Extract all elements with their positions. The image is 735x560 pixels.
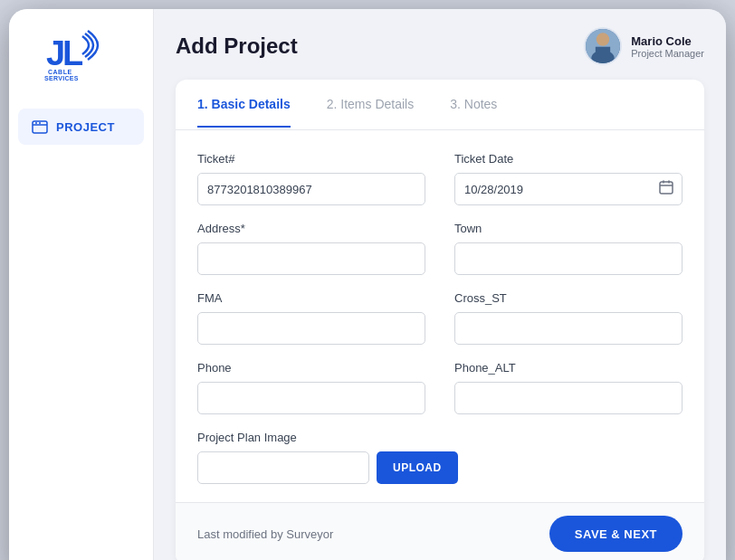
form-group-ticket: Ticket# <box>197 152 425 205</box>
cross-st-input[interactable] <box>454 312 682 345</box>
address-label: Address* <box>197 222 425 235</box>
logo-icon: J L CABLE SERVICES <box>41 27 122 81</box>
user-info: Mario Cole Project Manager <box>631 34 704 59</box>
form-footer: Last modified by Surveyor SAVE & NEXT <box>176 502 704 560</box>
form-group-fma: FMA <box>197 291 425 345</box>
svg-text:CABLE: CABLE <box>48 69 72 75</box>
fma-label: FMA <box>197 291 425 305</box>
form-group-ticket-date: Ticket Date <box>454 152 682 205</box>
tab-items-details[interactable]: 2. Items Details <box>327 82 414 128</box>
upload-row: UPLOAD <box>197 451 430 484</box>
tab-basic-details[interactable]: 1. Basic Details <box>197 82 291 128</box>
main-content: Add Project <box>154 9 726 560</box>
user-profile: Mario Cole Project Manager <box>584 27 704 65</box>
upload-button[interactable]: UPLOAD <box>377 451 458 484</box>
svg-text:SERVICES: SERVICES <box>44 75 79 81</box>
user-role: Project Manager <box>631 48 704 59</box>
sidebar-item-project[interactable]: PROJECT <box>18 109 144 145</box>
fma-input[interactable] <box>197 312 425 345</box>
phone-label: Phone <box>197 361 425 375</box>
ticket-date-label: Ticket Date <box>454 152 682 166</box>
app-layout: J L CABLE SERVICES <box>9 9 726 560</box>
project-plan-label: Project Plan Image <box>197 431 430 444</box>
user-name: Mario Cole <box>631 34 704 48</box>
page-header: Add Project <box>176 27 704 65</box>
form-row-address: Address* Town <box>197 222 682 275</box>
form-group-phone-alt: Phone_ALT <box>454 361 682 414</box>
svg-point-5 <box>35 122 37 124</box>
form-group-town: Town <box>454 222 682 275</box>
form-row-project-plan: Project Plan Image UPLOAD <box>197 431 682 484</box>
logo-area: J L CABLE SERVICES <box>41 27 122 81</box>
form-group-project-plan: Project Plan Image UPLOAD <box>197 431 430 484</box>
device-frame: J L CABLE SERVICES <box>9 9 726 560</box>
svg-point-6 <box>39 122 41 124</box>
cross-st-label: Cross_ST <box>454 291 682 305</box>
town-input[interactable] <box>454 242 682 275</box>
project-plan-input[interactable] <box>197 451 369 484</box>
svg-rect-10 <box>596 47 610 59</box>
sidebar: J L CABLE SERVICES <box>9 9 154 560</box>
phone-alt-label: Phone_ALT <box>454 361 682 375</box>
ticket-input[interactable] <box>197 173 425 205</box>
avatar <box>584 27 622 65</box>
form-group-phone: Phone <box>197 361 425 414</box>
form-row-ticket: Ticket# Ticket Date <box>197 152 682 205</box>
form-group-cross-st: Cross_ST <box>454 291 682 345</box>
form-row-phone: Phone Phone_ALT <box>197 361 682 414</box>
svg-point-8 <box>597 33 609 45</box>
svg-text:L: L <box>62 34 83 72</box>
address-input[interactable] <box>197 242 425 275</box>
phone-input[interactable] <box>197 382 425 414</box>
save-next-button[interactable]: SAVE & NEXT <box>549 516 682 552</box>
tab-notes[interactable]: 3. Notes <box>450 82 497 128</box>
sidebar-item-label: PROJECT <box>56 120 115 134</box>
phone-alt-input[interactable] <box>454 382 682 414</box>
form-card: 1. Basic Details 2. Items Details 3. Not… <box>176 80 704 560</box>
ticket-date-input[interactable] <box>454 173 682 205</box>
town-label: Town <box>454 222 682 235</box>
sidebar-nav: PROJECT <box>9 109 153 145</box>
form-row-fma: FMA Cross_ST <box>197 291 682 345</box>
ticket-label: Ticket# <box>197 152 425 166</box>
page-title: Add Project <box>176 33 298 59</box>
tabs-bar: 1. Basic Details 2. Items Details 3. Not… <box>176 80 704 130</box>
last-modified-text: Last modified by Surveyor <box>197 527 333 541</box>
form-group-address: Address* <box>197 222 425 275</box>
project-icon <box>31 118 49 136</box>
ticket-date-wrapper <box>454 173 682 205</box>
avatar-image <box>586 29 620 63</box>
form-body: Ticket# Ticket Date <box>176 130 704 502</box>
